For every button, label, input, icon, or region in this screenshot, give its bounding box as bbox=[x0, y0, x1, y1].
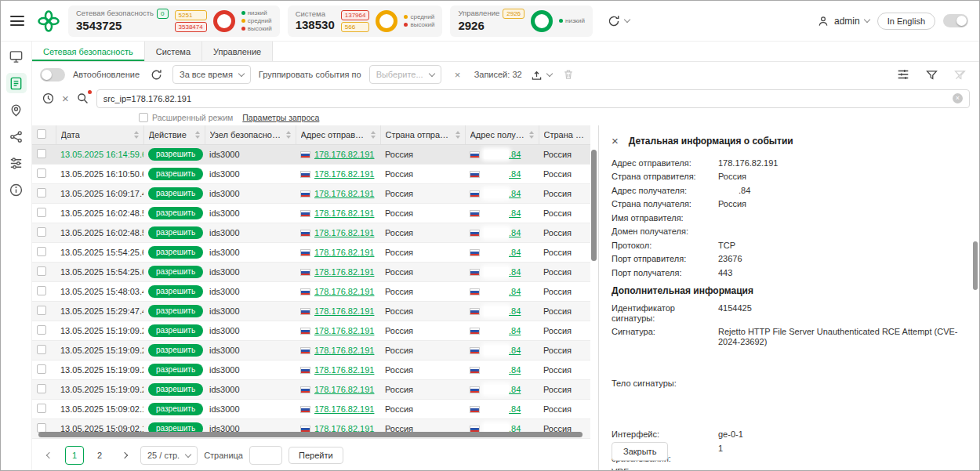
stat-card-management[interactable]: Управление 2926 2926 низкий bbox=[450, 5, 593, 37]
user-menu[interactable]: admin bbox=[817, 15, 869, 27]
sidebar-item-settings[interactable] bbox=[6, 153, 27, 173]
clear-grouping-button[interactable]: × bbox=[449, 66, 466, 83]
table-row[interactable]: 13.05.2025 15:29:47.499 разрешить ids300… bbox=[32, 301, 590, 321]
vertical-scrollbar[interactable] bbox=[591, 150, 597, 261]
filter-clear-button[interactable] bbox=[951, 66, 968, 83]
column-header-dst-country[interactable]: Страна получателя bbox=[544, 130, 586, 139]
row-checkbox[interactable] bbox=[37, 345, 46, 354]
search-query-input[interactable] bbox=[103, 94, 948, 103]
page-button-1[interactable]: 1 bbox=[65, 446, 84, 465]
sort-icon[interactable] bbox=[371, 131, 376, 139]
page-jump-go-button[interactable]: Перейти bbox=[289, 447, 343, 464]
select-all-checkbox[interactable] bbox=[37, 129, 46, 139]
row-checkbox[interactable] bbox=[37, 247, 46, 256]
input-clear-icon[interactable]: × bbox=[953, 93, 963, 103]
src-ip-link[interactable]: 178.176.82.191 bbox=[314, 267, 374, 277]
menu-icon[interactable] bbox=[10, 16, 24, 26]
tab-management[interactable]: Управление bbox=[202, 42, 273, 61]
tab-system[interactable]: Система bbox=[145, 42, 202, 61]
refresh-button[interactable] bbox=[147, 66, 165, 83]
table-row[interactable]: 13.05.2025 16:14:59.665 разрешить ids300… bbox=[32, 144, 590, 164]
dst-ip-link[interactable]: .84 bbox=[509, 208, 521, 218]
stat-card-system[interactable]: Система 138530 137964 566 средний высоки… bbox=[288, 5, 443, 37]
sidebar-item-events-log[interactable] bbox=[6, 73, 27, 93]
row-checkbox[interactable] bbox=[37, 384, 46, 393]
src-ip-link[interactable]: 178.176.82.191 bbox=[314, 404, 374, 414]
src-ip-link[interactable]: 178.176.82.191 bbox=[314, 287, 374, 296]
next-page-button[interactable] bbox=[115, 446, 134, 465]
dst-ip-link[interactable]: .84 bbox=[509, 267, 521, 277]
table-row[interactable]: 13.05.2025 16:09:17.401 разрешить ids300… bbox=[32, 183, 590, 203]
row-checkbox[interactable] bbox=[37, 325, 46, 335]
search-button[interactable] bbox=[76, 92, 89, 105]
dst-ip-link[interactable]: .84 bbox=[509, 346, 521, 355]
row-checkbox[interactable] bbox=[37, 227, 46, 237]
src-ip-link[interactable]: 178.176.82.191 bbox=[314, 306, 374, 316]
row-checkbox[interactable] bbox=[37, 404, 46, 413]
dst-ip-link[interactable]: .84 bbox=[509, 326, 521, 335]
table-row[interactable]: 13.05.2025 16:02:48.589 разрешить ids300… bbox=[32, 203, 590, 223]
column-header-dst-address[interactable]: Адрес получателя bbox=[470, 130, 526, 139]
src-ip-link[interactable]: 178.176.82.191 bbox=[314, 169, 374, 179]
table-row[interactable]: 13.05.2025 15:54:25.659 разрешить ids300… bbox=[32, 242, 590, 262]
details-scrollbar[interactable] bbox=[973, 241, 978, 290]
column-header-date[interactable]: Дата bbox=[61, 130, 80, 139]
row-checkbox[interactable] bbox=[37, 149, 46, 158]
table-row[interactable]: 13.05.2025 16:02:48.589 разрешить ids300… bbox=[32, 223, 590, 242]
theme-toggle[interactable] bbox=[943, 14, 968, 27]
page-size-select[interactable]: 25 / стр. bbox=[140, 446, 198, 465]
dst-ip-link[interactable]: .84 bbox=[509, 385, 521, 394]
export-button[interactable] bbox=[530, 66, 552, 83]
src-ip-link[interactable]: 178.176.82.191 bbox=[314, 385, 374, 394]
src-ip-link[interactable]: 178.176.82.191 bbox=[314, 248, 374, 257]
column-settings-button[interactable] bbox=[895, 66, 912, 83]
advanced-mode-checkbox[interactable] bbox=[139, 113, 148, 122]
src-ip-link[interactable]: 178.176.82.191 bbox=[314, 365, 374, 375]
sidebar-item-geo[interactable] bbox=[6, 100, 27, 120]
src-ip-link[interactable]: 178.176.82.191 bbox=[314, 228, 374, 237]
time-range-select[interactable]: За все время bbox=[172, 65, 251, 84]
autorefresh-toggle[interactable] bbox=[40, 68, 65, 82]
row-checkbox[interactable] bbox=[37, 306, 46, 315]
close-details-button[interactable]: Закрыть bbox=[612, 442, 668, 461]
horizontal-scrollbar[interactable] bbox=[38, 432, 583, 437]
table-row[interactable]: 13.05.2025 15:54:25.659 разрешить ids300… bbox=[32, 262, 590, 281]
dst-ip-link[interactable]: .84 bbox=[509, 169, 521, 179]
dst-ip-link[interactable]: .84 bbox=[509, 150, 521, 159]
sort-icon[interactable] bbox=[456, 131, 460, 139]
sidebar-item-topology[interactable] bbox=[6, 126, 27, 147]
sort-icon[interactable] bbox=[529, 131, 534, 139]
stat-card-network-security[interactable]: Сетевая безопасность 0 3543725 5251 3538… bbox=[68, 5, 280, 37]
dst-ip-link[interactable]: .84 bbox=[509, 287, 521, 296]
delete-button[interactable] bbox=[560, 66, 577, 83]
dst-ip-link[interactable]: .84 bbox=[509, 189, 521, 198]
src-ip-link[interactable]: 178.176.82.191 bbox=[314, 326, 374, 335]
row-checkbox[interactable] bbox=[37, 286, 46, 295]
row-checkbox[interactable] bbox=[37, 364, 46, 374]
src-ip-link[interactable]: 178.176.82.191 bbox=[314, 189, 374, 198]
close-panel-icon[interactable]: × bbox=[612, 135, 619, 147]
table-row[interactable]: 13.05.2025 15:19:09.226 разрешить ids300… bbox=[32, 340, 590, 360]
table-row[interactable]: 13.05.2025 15:19:09.225 разрешить ids300… bbox=[32, 360, 590, 379]
src-ip-link[interactable]: 178.176.82.191 bbox=[314, 346, 374, 355]
prev-page-button[interactable] bbox=[40, 446, 59, 465]
row-checkbox[interactable] bbox=[37, 168, 46, 178]
page-jump-input[interactable] bbox=[249, 446, 282, 465]
column-header-node[interactable]: Узел безопасности bbox=[210, 130, 283, 139]
global-refresh-dropdown[interactable] bbox=[607, 14, 630, 28]
column-header-action[interactable]: Действие bbox=[149, 130, 187, 139]
sort-icon[interactable] bbox=[195, 131, 200, 139]
row-checkbox[interactable] bbox=[37, 423, 46, 433]
row-checkbox[interactable] bbox=[37, 188, 46, 197]
row-checkbox[interactable] bbox=[37, 266, 46, 276]
advanced-mode-option[interactable]: Расширенный режим bbox=[139, 113, 233, 122]
query-history-button[interactable] bbox=[42, 92, 55, 105]
sort-icon[interactable] bbox=[286, 131, 291, 139]
table-row[interactable]: 13.05.2025 16:10:50.692 разрешить ids300… bbox=[32, 164, 590, 183]
language-switch-button[interactable]: In English bbox=[877, 13, 935, 30]
clear-query-button[interactable]: × bbox=[62, 92, 69, 104]
query-params-link[interactable]: Параметры запроса bbox=[242, 113, 319, 122]
dst-ip-link[interactable]: .84 bbox=[509, 306, 521, 316]
dst-ip-link[interactable]: .84 bbox=[509, 228, 521, 237]
row-checkbox[interactable] bbox=[37, 208, 46, 217]
